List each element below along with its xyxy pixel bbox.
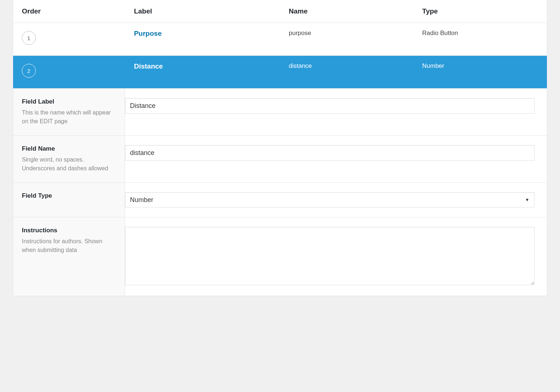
- setting-label-col: Field Label This is the name which will …: [13, 89, 125, 135]
- setting-label-col: Instructions Instructions for authors. S…: [13, 217, 125, 296]
- type-cell: Radio Button: [413, 23, 547, 43]
- field-name-input[interactable]: [125, 145, 534, 161]
- header-type: Type: [413, 0, 547, 23]
- field-type-select[interactable]: Number: [125, 192, 534, 207]
- setting-input-col: [125, 217, 547, 296]
- order-handle-icon[interactable]: 1: [22, 31, 36, 45]
- name-cell: purpose: [280, 23, 413, 43]
- setting-instructions-row: Instructions Instructions for authors. S…: [13, 217, 547, 296]
- setting-desc: This is the name which will appear on th…: [22, 108, 116, 126]
- order-handle-icon[interactable]: 2: [22, 64, 36, 78]
- field-label-input[interactable]: [125, 98, 534, 114]
- field-row-purpose[interactable]: 1 Purpose purpose Radio Button: [13, 23, 547, 56]
- fields-table-header: Order Label Name Type: [13, 0, 547, 23]
- instructions-textarea[interactable]: [125, 227, 534, 285]
- header-label: Label: [125, 0, 280, 23]
- field-name-text: purpose: [289, 30, 311, 36]
- field-type-text: Number: [422, 62, 444, 69]
- type-cell: Number: [413, 56, 547, 76]
- setting-input-col: [125, 89, 547, 135]
- order-cell: 2: [13, 56, 125, 84]
- setting-label-col: Field Type: [13, 183, 125, 217]
- setting-title: Instructions: [22, 227, 116, 234]
- setting-title: Field Label: [22, 98, 116, 105]
- setting-input-col: [125, 136, 547, 182]
- setting-desc: Single word, no spaces. Underscores and …: [22, 155, 116, 173]
- name-cell: distance: [280, 56, 413, 76]
- field-label-link[interactable]: Purpose: [134, 30, 162, 37]
- field-label-link[interactable]: Distance: [134, 62, 163, 70]
- setting-input-col: Number ▼: [125, 183, 547, 217]
- setting-desc: Instructions for authors. Shown when sub…: [22, 237, 116, 255]
- setting-field-label-row: Field Label This is the name which will …: [13, 89, 547, 136]
- header-name: Name: [280, 0, 413, 23]
- header-order: Order: [13, 0, 125, 23]
- order-cell: 1: [13, 23, 125, 51]
- setting-field-name-row: Field Name Single word, no spaces. Under…: [13, 136, 547, 183]
- field-row-distance[interactable]: 2 Distance distance Number: [13, 56, 547, 89]
- field-group-container: Order Label Name Type 1 Purpose purpose …: [13, 0, 547, 296]
- setting-title: Field Name: [22, 145, 116, 152]
- field-name-text: distance: [289, 62, 312, 69]
- label-cell: Purpose: [125, 23, 280, 44]
- field-type-text: Radio Button: [422, 30, 458, 36]
- setting-field-type-row: Field Type Number ▼: [13, 183, 547, 217]
- setting-label-col: Field Name Single word, no spaces. Under…: [13, 136, 125, 182]
- label-cell: Distance: [125, 56, 280, 77]
- setting-title: Field Type: [22, 192, 116, 199]
